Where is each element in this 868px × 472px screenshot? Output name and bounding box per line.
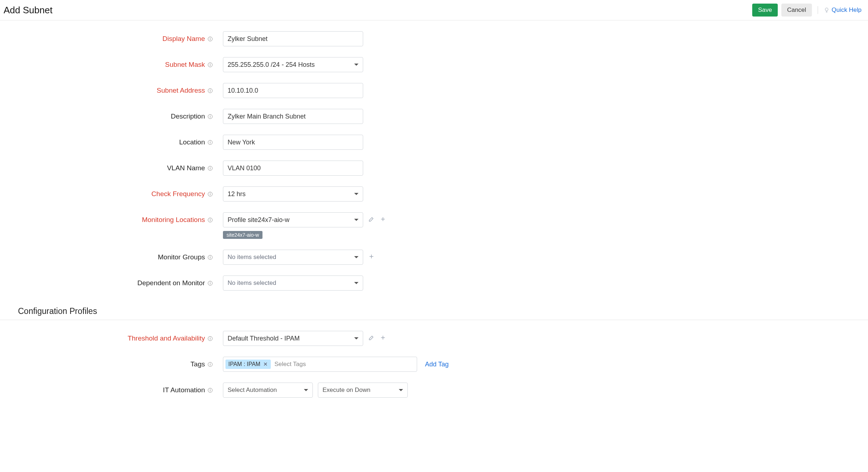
label-check-frequency: Check Frequency i (0, 190, 223, 198)
svg-text:i: i (210, 63, 210, 67)
subnet-mask-select[interactable]: 255.255.255.0 /24 - 254 Hosts (223, 57, 363, 72)
label-vlan-name: VLAN Name i (0, 164, 223, 172)
quick-help-label: Quick Help (832, 6, 862, 14)
info-icon[interactable]: i (207, 139, 213, 145)
chevron-down-icon (354, 282, 358, 284)
chevron-down-icon (354, 256, 358, 258)
label-description: Description i (0, 112, 223, 120)
location-chip: site24x7-aio-w (223, 231, 262, 239)
chevron-down-icon (354, 219, 358, 221)
quick-help-link[interactable]: Quick Help (824, 6, 862, 14)
chevron-down-icon (304, 389, 308, 391)
chevron-down-icon (354, 337, 358, 339)
edit-icon[interactable] (368, 216, 375, 224)
label-location: Location i (0, 138, 223, 146)
label-subnet-address: Subnet Address i (0, 87, 223, 94)
label-monitoring-locations: Monitoring Locations i (0, 212, 223, 224)
plus-icon[interactable] (368, 253, 375, 262)
chevron-down-icon (354, 193, 358, 195)
label-subnet-mask: Subnet Mask i (0, 61, 223, 69)
tag-token: IPAM : IPAM ✕ (225, 360, 271, 369)
chevron-down-icon (399, 389, 403, 391)
dependent-on-monitor-select[interactable]: No items selected (223, 276, 363, 291)
svg-text:i: i (210, 218, 210, 222)
automation-trigger-select[interactable]: Execute on Down (318, 383, 408, 398)
info-icon[interactable]: i (207, 191, 213, 197)
chevron-down-icon (354, 64, 358, 66)
svg-text:i: i (210, 88, 210, 93)
tags-input[interactable]: IPAM : IPAM ✕ (223, 357, 417, 372)
svg-text:i: i (210, 336, 210, 341)
bulb-icon (824, 7, 830, 13)
plus-icon[interactable] (380, 216, 386, 224)
info-icon[interactable]: i (207, 88, 213, 93)
info-icon[interactable]: i (207, 254, 213, 260)
monitor-groups-select[interactable]: No items selected (223, 250, 363, 265)
svg-text:i: i (210, 114, 210, 119)
automation-action-select[interactable]: Select Automation (223, 383, 313, 398)
info-icon[interactable]: i (207, 217, 213, 223)
label-dependent-on-monitor: Dependent on Monitor i (0, 279, 223, 287)
svg-text:i: i (210, 166, 210, 170)
label-threshold-availability: Threshold and Availability i (0, 334, 223, 342)
check-frequency-select[interactable]: 12 hrs (223, 186, 363, 202)
plus-icon[interactable] (380, 334, 386, 343)
form-body: Display Name i Subnet Mask i 255.255.255… (0, 20, 868, 419)
info-icon[interactable]: i (207, 36, 213, 42)
header-actions: Save Cancel Quick Help (752, 4, 862, 17)
svg-text:i: i (210, 388, 210, 392)
cancel-button[interactable]: Cancel (781, 4, 812, 17)
label-tags: Tags i (0, 360, 223, 368)
monitoring-locations-select[interactable]: Profile site24x7-aio-w (223, 212, 363, 227)
subnet-address-input[interactable] (223, 83, 363, 98)
info-icon[interactable]: i (207, 114, 213, 119)
info-icon[interactable]: i (207, 165, 213, 171)
threshold-select[interactable]: Default Threshold - IPAM (223, 331, 363, 346)
edit-icon[interactable] (368, 334, 375, 343)
info-icon[interactable]: i (207, 280, 213, 286)
label-it-automation: IT Automation i (0, 386, 223, 394)
svg-text:i: i (210, 362, 210, 366)
svg-text:i: i (210, 192, 210, 196)
info-icon[interactable]: i (207, 361, 213, 367)
add-tag-link[interactable]: Add Tag (425, 361, 449, 368)
svg-text:i: i (210, 140, 210, 144)
svg-text:i: i (210, 37, 210, 41)
page-title: Add Subnet (4, 5, 52, 16)
description-input[interactable] (223, 109, 363, 124)
info-icon[interactable]: i (207, 387, 213, 393)
display-name-input[interactable] (223, 31, 363, 46)
vlan-name-input[interactable] (223, 161, 363, 176)
svg-text:i: i (210, 281, 210, 285)
page-header: Add Subnet Save Cancel Quick Help (0, 0, 868, 20)
info-icon[interactable]: i (207, 62, 213, 68)
tags-text-input[interactable] (274, 357, 415, 371)
info-icon[interactable]: i (207, 336, 213, 341)
label-display-name: Display Name i (0, 35, 223, 43)
separator (818, 6, 818, 14)
remove-tag-icon[interactable]: ✕ (263, 361, 268, 367)
location-input[interactable] (223, 135, 363, 150)
svg-text:i: i (210, 255, 210, 259)
section-configuration-profiles: Configuration Profiles (0, 303, 868, 320)
label-monitor-groups: Monitor Groups i (0, 253, 223, 261)
save-button[interactable]: Save (752, 4, 778, 17)
